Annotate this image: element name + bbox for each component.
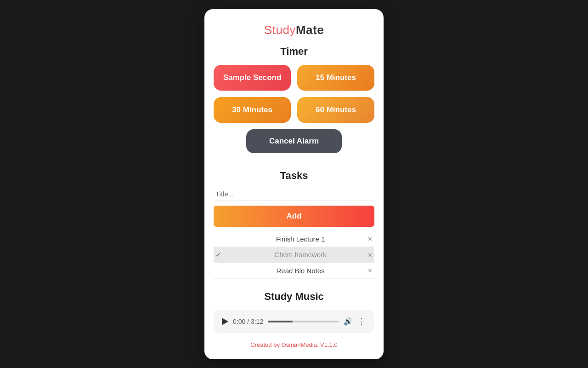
task-item: Read Bio Notes ✕ xyxy=(214,263,374,279)
sample-second-button[interactable]: Sample Second xyxy=(214,65,291,91)
tasks-section: Tasks Add Finish Lecture 1 ✕ ✓ Chem home… xyxy=(214,170,374,279)
play-icon xyxy=(222,318,228,325)
task-item: Finish Lecture 1 ✕ xyxy=(214,231,374,247)
task-text-3: Read Bio Notes xyxy=(228,267,373,275)
add-task-button[interactable]: Add xyxy=(214,206,374,227)
logo-mate: Mate xyxy=(296,23,324,37)
30-minutes-button[interactable]: 30 Minutes xyxy=(214,97,291,123)
footer: Created by OsmanMedia. V1.1.0 xyxy=(250,341,337,348)
volume-icon[interactable]: 🔊 xyxy=(344,317,353,326)
task-input[interactable] xyxy=(214,187,374,201)
play-button[interactable] xyxy=(222,318,228,325)
15-minutes-button[interactable]: 15 Minutes xyxy=(297,65,374,91)
task-close-2[interactable]: ✕ xyxy=(368,251,373,258)
timer-grid: Sample Second 15 Minutes 30 Minutes 60 M… xyxy=(214,65,374,123)
progress-fill xyxy=(268,321,293,322)
music-title: Study Music xyxy=(214,291,374,303)
timer-section: Timer Sample Second 15 Minutes 30 Minute… xyxy=(214,46,374,156)
app-container: StudyMate Timer Sample Second 15 Minutes… xyxy=(204,9,384,359)
cancel-alarm-button[interactable]: Cancel Alarm xyxy=(246,129,342,153)
task-item-completed: ✓ Chem homework ✕ xyxy=(214,247,374,263)
logo-study: Study xyxy=(264,23,296,37)
60-minutes-button[interactable]: 60 Minutes xyxy=(297,97,374,123)
progress-bar[interactable] xyxy=(268,321,339,322)
music-section: Study Music 0:00 / 3:12 🔊 ⋮ xyxy=(214,291,374,333)
timer-title: Timer xyxy=(280,46,308,58)
task-list: Finish Lecture 1 ✕ ✓ Chem homework ✕ Rea… xyxy=(214,231,374,279)
task-close-3[interactable]: ✕ xyxy=(368,267,373,274)
task-text-2: Chem homework xyxy=(228,251,373,259)
tasks-title: Tasks xyxy=(214,170,374,182)
time-display: 0:00 / 3:12 xyxy=(233,318,263,325)
app-logo: StudyMate xyxy=(264,23,324,37)
task-close-1[interactable]: ✕ xyxy=(368,236,373,242)
task-check-2: ✓ xyxy=(215,251,225,259)
music-player: 0:00 / 3:12 🔊 ⋮ xyxy=(214,310,374,333)
task-text-1: Finish Lecture 1 xyxy=(228,235,373,243)
more-options-icon[interactable]: ⋮ xyxy=(357,316,366,327)
